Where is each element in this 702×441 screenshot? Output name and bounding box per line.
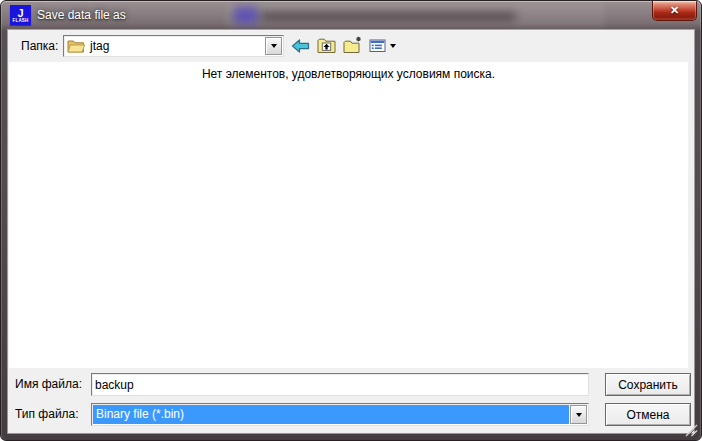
background-window-text-blur bbox=[261, 12, 516, 21]
app-icon-letter: J bbox=[17, 8, 23, 18]
resize-grip[interactable] bbox=[685, 424, 698, 437]
jflash-app-icon: J FLASH bbox=[10, 5, 31, 25]
save-dialog-window: J FLASH Save data file as ✕ Папка: jtag bbox=[0, 0, 702, 441]
titlebar[interactable]: J FLASH Save data file as ✕ bbox=[1, 1, 701, 30]
filetype-selected-value: Binary file (*.bin) bbox=[93, 405, 569, 424]
toolbar bbox=[289, 35, 397, 57]
folder-combobox[interactable]: jtag bbox=[63, 35, 284, 57]
background-window-icon-blur bbox=[234, 7, 258, 24]
open-folder-icon bbox=[67, 38, 85, 54]
back-button[interactable] bbox=[289, 35, 312, 57]
views-menu-icon bbox=[368, 36, 387, 56]
filetype-combobox-dropdown-button[interactable] bbox=[570, 405, 587, 424]
filetype-combobox[interactable]: Binary file (*.bin) bbox=[91, 403, 589, 426]
app-icon-caption: FLASH bbox=[13, 18, 29, 23]
up-one-level-button[interactable] bbox=[315, 35, 338, 57]
folder-label: Папка: bbox=[21, 35, 58, 57]
filename-input[interactable] bbox=[91, 373, 589, 396]
views-menu-button[interactable] bbox=[367, 35, 397, 57]
chevron-down-icon bbox=[576, 413, 582, 417]
chevron-down-icon bbox=[271, 44, 277, 48]
filename-label: Имя файла: bbox=[15, 373, 82, 396]
window-title: Save data file as bbox=[37, 8, 126, 22]
up-one-level-icon bbox=[316, 36, 337, 56]
file-list-area[interactable]: Нет элементов, удовлетворяющих условиям … bbox=[9, 62, 688, 368]
chevron-down-icon bbox=[390, 44, 396, 48]
empty-list-message: Нет элементов, удовлетворяющих условиям … bbox=[9, 67, 688, 81]
new-folder-button[interactable] bbox=[341, 35, 364, 57]
cancel-button[interactable]: Отмена bbox=[605, 403, 691, 426]
filetype-label: Тип файла: bbox=[15, 403, 79, 426]
screen: J FLASH Save data file as ✕ Папка: jtag bbox=[0, 0, 702, 441]
folder-combobox-value: jtag bbox=[90, 36, 109, 56]
save-button[interactable]: Сохранить bbox=[605, 373, 691, 396]
new-folder-icon bbox=[342, 36, 363, 56]
dialog-body: Папка: jtag bbox=[8, 30, 694, 433]
back-arrow-icon bbox=[290, 36, 311, 56]
close-icon: ✕ bbox=[670, 5, 679, 16]
folder-combobox-dropdown-button[interactable] bbox=[265, 37, 282, 55]
close-button[interactable]: ✕ bbox=[652, 1, 697, 21]
